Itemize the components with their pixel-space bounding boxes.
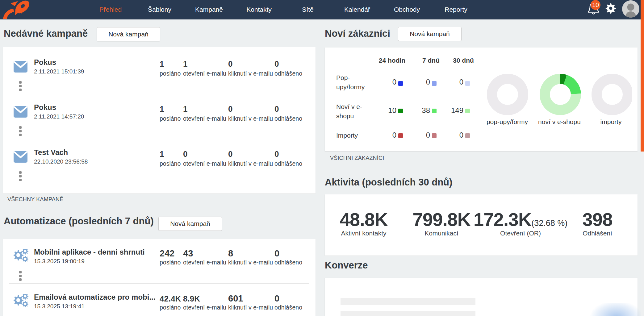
svg-text:10: 10: [592, 2, 599, 8]
